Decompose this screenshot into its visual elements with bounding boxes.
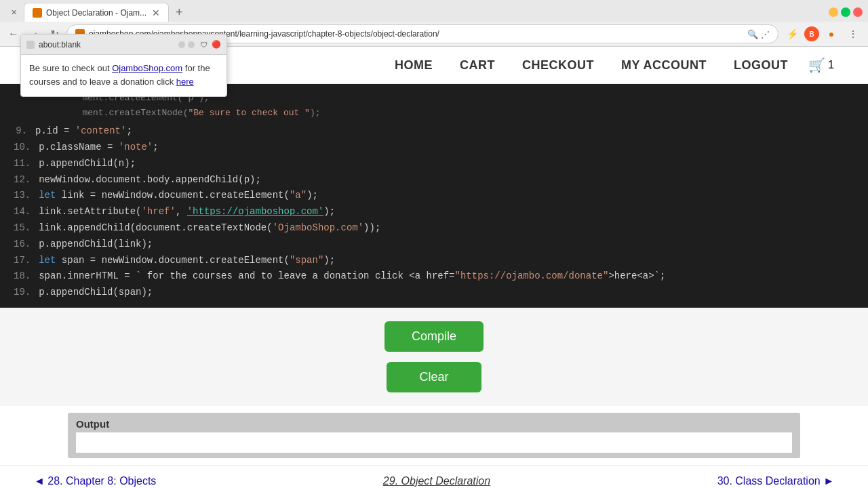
code-content-18: span.innerHTML = ` for the courses and t… [39,268,665,285]
code-content-14: link.setAttribute('href', 'https://ojamb… [39,204,335,220]
share-icon[interactable]: ⋰ [761,29,770,39]
search-icon[interactable]: 🔍 [747,29,758,39]
back-button[interactable]: ← [5,26,22,42]
code-line-16: 16. p.appendChild(link); [14,237,854,253]
brave-shields-icon[interactable]: B [804,26,819,41]
code-line-19: 19. p.appendChild(span); [14,285,854,301]
line-num-14: 14. [14,204,31,220]
compile-button[interactable]: Compile [384,321,484,352]
code-content-19: p.appendChild(span); [39,285,153,301]
code-line-12: 12. newWindow.document.body.appendChild(… [14,172,854,188]
extensions-icon[interactable]: ⚡ [783,24,802,43]
line-num-16: 16. [14,237,31,253]
code-content-12: newWindow.document.body.appendChild(p); [39,172,261,188]
nav-home[interactable]: HOME [381,48,446,83]
popup-tab-bar: about:blank 🛡 🔴 [21,35,226,55]
nav-cart[interactable]: CART [446,48,509,83]
footer-nav: ◄ 28. Chapter 8: Objects 29. Object Decl… [0,465,868,488]
close-button[interactable] [853,7,863,17]
active-tab[interactable]: Object Declaration - Ojam... ✕ [24,3,169,22]
line-num-9: 9. [14,123,27,140]
new-tab-button[interactable]: + [172,5,187,20]
buttons-section: Compile Clear [0,308,868,406]
code-line-11: 11. p.appendChild(n); [14,156,854,172]
popup-favicon [26,41,35,49]
footer-current-label: 29. Object Declaration [383,475,490,487]
nav-my-account[interactable]: MY ACCOUNT [608,48,720,83]
toolbar-right: ⚡ B ● ⋮ [783,24,863,43]
nav-checkout[interactable]: CHECKOUT [509,48,608,83]
output-body [76,432,792,453]
footer-next-link[interactable]: 30. Class Declaration ► [717,475,834,487]
code-line-10: 10. p.className = 'note'; [14,140,854,156]
line-num-17: 17. [14,253,31,269]
line-num-19: 19. [14,285,31,301]
clear-button[interactable]: Clear [387,362,481,392]
code-line-14: 14. link.setAttribute('href', 'https://o… [14,204,854,220]
line-num-10: 10. [14,140,31,156]
code-content-10: p.className = 'note'; [39,140,158,156]
output-section: Output [68,413,800,458]
popup-link-here[interactable]: here [176,77,194,87]
code-content-9: p.id = 'content'; [35,123,132,140]
line-num-12: 12. [14,172,31,188]
cart-count: 1 [828,59,834,71]
popup-close[interactable] [188,41,195,48]
cart-icon: 🛒 [808,57,825,73]
code-content-11: p.appendChild(n); [39,156,136,172]
popup-tab-label: about:blank [39,40,81,49]
address-icons: 🔍 ⋰ [747,29,770,39]
code-content-16: p.appendChild(link); [39,237,153,253]
nav-items: HOME CART CHECKOUT MY ACCOUNT LOGOUT 🛒1 [381,47,841,83]
window-close-icon: ✕ [11,8,17,17]
output-wrapper: Output [0,406,868,465]
code-content-17: let span = newWindow.document.createElem… [39,253,335,269]
popup-text-before-link1: Be sure to check out [29,63,112,73]
window-controls [829,7,863,17]
footer-prev-link[interactable]: ◄ 28. Chapter 8: Objects [34,475,156,487]
tab-bar: ✕ Object Declaration - Ojam... ✕ + [0,0,868,22]
code-line-13: 13. let link = newWindow.document.create… [14,188,854,204]
code-content-15: link.appendChild(document.createTextNode… [39,220,380,237]
maximize-button[interactable] [841,7,850,17]
code-line-9: 9. p.id = 'content'; [14,123,854,140]
tab-title-text: Object Declaration - Ojam... [46,8,146,18]
minimize-button[interactable] [829,7,838,17]
code-content-13: let link = newWindow.document.createElem… [39,188,318,204]
nav-logout[interactable]: LOGOUT [720,48,802,83]
popup-overlay: about:blank 🛡 🔴 Be sure to check out Oja… [20,34,227,97]
code-section: ment.createElement("p"); ment.createText… [0,84,868,308]
popup-alert-icon[interactable]: 🔴 [212,40,221,49]
page-content: HOME CART CHECKOUT MY ACCOUNT LOGOUT 🛒1 … [0,47,868,488]
popup-shield-icon[interactable]: 🛡 [200,41,208,49]
code-line-15: 15. link.appendChild(document.createText… [14,220,854,237]
cart-icon-wrapper[interactable]: 🛒1 [802,47,841,83]
popup-content: Be sure to check out OjamboShop.com for … [29,62,218,88]
line-num-11: 11. [14,156,31,172]
output-label: Output [76,418,792,430]
menu-icon[interactable]: ⋮ [844,24,863,43]
line-num-15: 15. [14,220,31,237]
wallet-icon[interactable]: ● [822,24,841,43]
line-num-13: 13. [14,188,31,204]
popup-link-ojambo[interactable]: OjamboShop.com [112,63,182,73]
popup-minimize[interactable] [178,41,185,48]
tab-favicon [33,8,42,18]
code-line-18: 18. span.innerHTML = ` for the courses a… [14,268,854,285]
line-num-18: 18. [14,268,31,285]
tab-close-button[interactable]: ✕ [152,7,160,18]
code-line-17: 17. let span = newWindow.document.create… [14,253,854,269]
